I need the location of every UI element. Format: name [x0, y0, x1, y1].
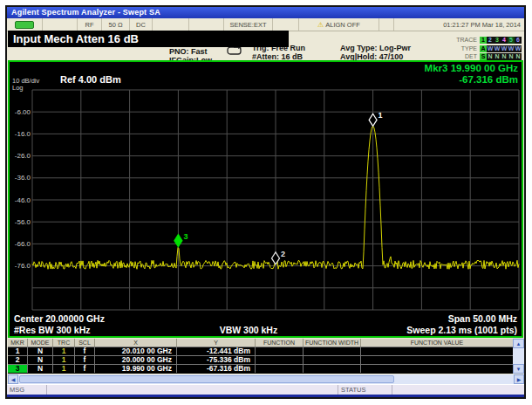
table-cell: f — [74, 365, 94, 373]
status-datetime: 01:21:27 PM Mar 18, 2014 — [393, 18, 524, 31]
y-axis-label: -26.0 — [15, 152, 31, 160]
table-cell — [255, 365, 303, 373]
spectrum-plot: -6.00-16.0-26.0-36.0-46.0-56.0-66.0-76.0… — [10, 88, 522, 313]
table-cell: 1 — [52, 347, 74, 355]
table-cell: 1 — [8, 347, 27, 355]
instrument-status-bar: RF 50 Ω DC SENSE:EXT ⚠ ALIGN OFF 01:21:2… — [7, 18, 524, 31]
scroll-right-button[interactable]: ▶ — [514, 374, 524, 384]
table-cell — [303, 347, 360, 355]
pno-label: PNO: Fast — [169, 47, 212, 56]
scroll-up-button[interactable]: ▲ — [513, 339, 524, 348]
warning-icon: ⚠ — [317, 21, 324, 29]
marker-table-row[interactable]: 1N1f20.010 00 GHz-12.441 dBm — [8, 347, 513, 355]
status-coupling: DC — [129, 18, 152, 31]
column-header: FUNCTION VALUE — [360, 339, 513, 347]
window-titlebar[interactable]: Agilent Spectrum Analyzer - Swept SA — [7, 7, 524, 18]
table-cell: -75.336 dBm — [176, 356, 255, 364]
table-cell — [360, 347, 513, 355]
table-cell — [255, 356, 303, 364]
table-cell: 20.010 00 GHz — [94, 347, 176, 355]
lan-status-icon — [15, 21, 34, 29]
ref-level-label: Ref 4.00 dBm — [60, 74, 121, 85]
legend-row: TYPEAWWWWW — [456, 45, 522, 53]
window-title: Agilent Spectrum Analyzer - Swept SA — [11, 8, 160, 17]
average-block: Avg Type: Log-Pwr Avg|Hold: 47/100 — [340, 44, 411, 61]
legend-row-label: TRACE — [456, 37, 477, 45]
table-cell: -12.441 dBm — [176, 347, 255, 355]
table-cell — [303, 356, 360, 364]
table-cell: -67.316 dBm — [176, 365, 255, 373]
column-header: SCL — [74, 339, 94, 347]
y-axis-label: -76.0 — [15, 262, 31, 270]
legend-cell: 3 — [494, 37, 501, 44]
status-blank-2 — [152, 18, 188, 31]
table-cell: N — [27, 365, 52, 373]
y-axis-label: -56.0 — [15, 218, 31, 226]
column-header: TRC — [52, 339, 74, 347]
align-off-label: ALIGN OFF — [325, 21, 360, 29]
table-cell: 2 — [8, 356, 27, 364]
lan-status-segment — [7, 18, 42, 31]
marker-table-header: MKRMODETRCSCLXYFUNCTIONFUNCTION WIDTHFUN… — [8, 339, 513, 347]
status-impedance: 50 Ω — [101, 18, 129, 31]
bottom-accent-strip — [7, 395, 524, 398]
marker-2-label: 2 — [281, 250, 285, 258]
status-blank-3 — [188, 18, 223, 31]
legend-cell: W — [487, 45, 494, 52]
legend-cell: 6 — [515, 37, 522, 44]
status-blank-5 — [379, 18, 393, 31]
table-cell: f — [74, 347, 94, 355]
status-blank-1 — [42, 18, 77, 31]
table-cell: 3 — [8, 365, 27, 373]
legend-cell: W — [494, 45, 501, 52]
analyzer-display: 10 dB/div Log Ref 4.00 dBm Mkr3 19.990 0… — [8, 60, 523, 338]
marker-3-label: 3 — [183, 232, 188, 241]
marker-table[interactable]: MKRMODETRCSCLXYFUNCTIONFUNCTION WIDTHFUN… — [8, 339, 513, 374]
marker-table-row[interactable]: 3N1f19.990 00 GHz-67.316 dBm — [8, 364, 513, 373]
legend-cell: W — [515, 45, 522, 52]
y-axis-label: -16.0 — [15, 130, 31, 138]
status-rf: RF — [77, 18, 101, 31]
instrument-window: Agilent Spectrum Analyzer - Swept SA RF … — [5, 5, 526, 399]
y-axis-label: -36.0 — [15, 174, 31, 182]
msg-label: MSG — [7, 385, 47, 395]
marker-table-horizontal-scrollbar[interactable]: ◀ ▶ — [8, 374, 524, 384]
table-cell — [360, 356, 513, 364]
marker-1-diamond[interactable] — [369, 113, 377, 126]
column-header: Y — [176, 339, 255, 347]
y-axis-label: -46.0 — [15, 196, 31, 204]
message-status-bar: MSG STATUS — [7, 384, 524, 395]
sweep-annotations: Center 20.00000 GHz Span 50.00 MHz #Res … — [10, 313, 522, 336]
marker-table-vertical-scrollbar[interactable]: ▲ ▼ — [513, 339, 524, 374]
column-header: MODE — [27, 339, 52, 347]
scroll-down-button[interactable]: ▼ — [513, 364, 524, 374]
center-freq-label: Center 20.00000 GHz — [14, 313, 105, 325]
marker-3-diamond[interactable] — [174, 235, 182, 247]
legend-cell: 1 — [480, 37, 487, 44]
marker-table-row[interactable]: 2N1f20.000 00 GHz-75.336 dBm — [8, 355, 513, 364]
table-cell: 19.990 00 GHz — [94, 365, 176, 373]
status-blank — [392, 385, 524, 395]
column-header: X — [94, 339, 176, 347]
input-atten-banner: Input Mech Atten 16 dB — [8, 31, 289, 47]
table-cell: N — [27, 347, 52, 355]
table-cell — [255, 347, 303, 355]
status-align: ⚠ ALIGN OFF — [298, 18, 379, 31]
legend-cell: 5 — [508, 37, 515, 44]
horizontal-scroll-thumb[interactable] — [19, 375, 394, 383]
trace-legend: TRACE123456TYPEAWWWWWDETSNNNNN — [456, 37, 522, 62]
status-blank-4 — [272, 18, 298, 31]
scroll-left-button[interactable]: ◀ — [8, 374, 18, 384]
table-cell: f — [74, 356, 94, 364]
span-label: Span 50.00 MHz — [448, 313, 517, 325]
marker-readout-ampl: -67.316 dBm — [425, 74, 518, 86]
legend-cell: W — [501, 45, 508, 52]
marker-2-diamond[interactable] — [272, 252, 280, 264]
legend-cell: 2 — [487, 37, 494, 44]
avg-type-label: Avg Type: Log-Pwr — [340, 44, 411, 52]
marker-1-label: 1 — [379, 111, 383, 120]
y-axis-label: -66.0 — [15, 240, 31, 248]
column-header: FUNCTION — [255, 339, 303, 347]
status-sense: SENSE:EXT — [223, 18, 272, 31]
vbw-label: VBW 300 kHz — [220, 325, 278, 336]
